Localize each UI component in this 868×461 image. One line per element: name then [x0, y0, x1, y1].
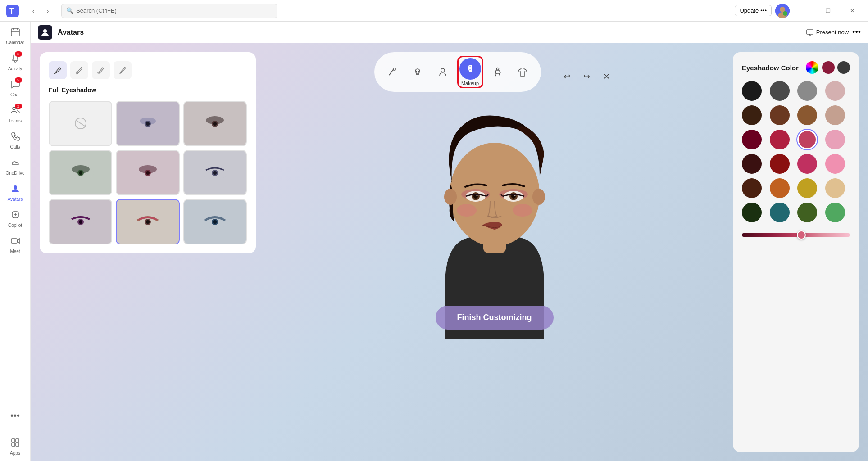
maximize-button[interactable]: ❐	[818, 4, 838, 18]
color-swatch-1[interactable]	[770, 81, 790, 101]
color-swatch-6[interactable]	[797, 105, 817, 125]
sidebar-item-meet[interactable]: Meet	[3, 232, 28, 258]
search-icon: 🔍	[66, 7, 73, 14]
svg-point-63	[496, 68, 499, 70]
toolbar-btn-clothes[interactable]	[512, 61, 534, 83]
brush-tool-4[interactable]	[114, 61, 132, 79]
color-wheel-icon[interactable]	[806, 61, 818, 74]
color-swatch-21[interactable]	[770, 203, 790, 222]
sidebar-item-onedrive[interactable]: OneDrive	[3, 154, 28, 179]
sidebar-item-apps[interactable]: Apps	[3, 434, 28, 459]
redo-button[interactable]: ↪	[579, 68, 595, 85]
color-swatch-5[interactable]	[770, 105, 790, 125]
nav-back[interactable]: ‹	[27, 5, 40, 17]
color-swatch-7[interactable]	[825, 105, 845, 125]
color-swatch-2[interactable]	[797, 81, 817, 101]
update-button[interactable]: Update •••	[735, 5, 772, 16]
color-swatch-12[interactable]	[742, 154, 762, 174]
color-swatch-18[interactable]	[797, 178, 817, 198]
color-swatch-8[interactable]	[742, 130, 762, 149]
meet-icon	[10, 236, 20, 248]
color-swatch-15[interactable]	[825, 154, 845, 174]
eyeshadow-opt8[interactable]	[183, 199, 247, 244]
color-swatch-4[interactable]	[742, 105, 762, 125]
svg-point-57	[441, 68, 445, 72]
color-panel-header: Eyeshadow Color	[742, 61, 850, 74]
slider-thumb[interactable]	[797, 230, 806, 240]
sidebar-item-calls[interactable]: Calls	[3, 128, 28, 153]
svg-point-43	[213, 171, 217, 175]
brush-tool-3[interactable]	[92, 61, 110, 79]
svg-point-32	[213, 122, 217, 126]
search-bar[interactable]: 🔍 Search (Ctrl+E)	[61, 4, 277, 18]
color-swatch-20[interactable]	[742, 203, 762, 222]
app-header: Avatars Present now •••	[31, 22, 868, 43]
eyeshadow-opt2[interactable]	[183, 101, 247, 146]
sidebar-item-avatars[interactable]: Avatars	[3, 180, 28, 205]
sidebar-teams-label: Teams	[9, 118, 22, 123]
svg-text:T: T	[9, 7, 14, 15]
color-swatch-10[interactable]	[797, 130, 817, 149]
color-swatch-22[interactable]	[797, 203, 817, 222]
brush-tool-2[interactable]	[70, 61, 88, 79]
toolbar-controls: ↩ ↪ ✕	[559, 68, 615, 85]
editor-close-button[interactable]: ✕	[599, 68, 615, 85]
color-swatch-0[interactable]	[742, 81, 762, 101]
brush-tools	[49, 61, 247, 79]
eyeshadow-opt3[interactable]	[49, 150, 112, 195]
toolbar-btn-makeup[interactable]	[459, 58, 481, 80]
color-swatch-13[interactable]	[770, 154, 790, 174]
eyeshadow-none[interactable]	[49, 101, 112, 146]
svg-rect-16	[16, 439, 19, 442]
toolbar-btn-head[interactable]	[407, 61, 428, 83]
color-swatch-14[interactable]	[797, 154, 817, 174]
toolbar-makeup-label: Makeup	[461, 81, 479, 86]
sidebar-item-activity[interactable]: 6 Activity	[3, 50, 28, 75]
minimize-button[interactable]: —	[793, 4, 814, 18]
avatars-icon	[10, 184, 20, 196]
eyeshadow-color-title: Eyeshadow Color	[742, 64, 799, 72]
nav-forward[interactable]: ›	[41, 5, 54, 17]
color-swatch-11[interactable]	[825, 130, 845, 149]
user-avatar[interactable]	[775, 4, 790, 18]
eyeshadow-opt6[interactable]	[49, 199, 112, 244]
finish-customizing-button[interactable]: Finish Customizing	[436, 306, 554, 330]
eyeshadow-opt7[interactable]	[116, 199, 179, 244]
svg-rect-14	[11, 239, 17, 243]
present-now-button[interactable]: Present now	[806, 29, 849, 36]
app-more-button[interactable]: •••	[852, 27, 861, 37]
sidebar-item-copilot[interactable]: Copilot	[3, 206, 28, 231]
avatar-toolbar: Makeup	[374, 52, 541, 92]
selected-color-1[interactable]	[822, 61, 835, 74]
color-grid-scroll[interactable]	[742, 81, 850, 222]
undo-button[interactable]: ↩	[559, 68, 575, 85]
toolbar-makeup-item: Makeup	[459, 58, 481, 86]
sidebar-item-more[interactable]: •••	[3, 403, 28, 428]
svg-point-49	[146, 220, 150, 224]
svg-point-3	[780, 7, 785, 12]
color-swatch-9[interactable]	[770, 130, 790, 149]
eyeshadow-opt4[interactable]	[116, 150, 179, 195]
toolbar-btn-body[interactable]	[487, 61, 509, 83]
sidebar-item-calendar[interactable]: Calendar	[3, 23, 28, 49]
teams-badge: 2	[15, 104, 22, 109]
brush-tool-1[interactable]	[49, 61, 67, 79]
more-icon: •••	[10, 411, 20, 421]
toolbar-btn-face[interactable]	[382, 61, 403, 83]
sidebar-item-chat[interactable]: 5 Chat	[3, 76, 28, 101]
eyeshadow-opt1[interactable]	[116, 101, 179, 146]
color-swatch-3[interactable]	[825, 81, 845, 101]
svg-point-79	[513, 204, 532, 217]
color-swatch-16[interactable]	[742, 178, 762, 198]
color-swatch-17[interactable]	[770, 178, 790, 198]
selected-color-2[interactable]	[837, 61, 850, 74]
eyeshadow-opt5[interactable]	[183, 150, 247, 195]
color-slider[interactable]	[742, 233, 850, 237]
copilot-icon	[10, 210, 20, 222]
toolbar-btn-face2[interactable]	[432, 61, 454, 83]
color-swatch-23[interactable]	[825, 203, 845, 222]
close-button[interactable]: ✕	[842, 4, 863, 18]
sidebar-meet-label: Meet	[10, 249, 20, 254]
color-swatch-19[interactable]	[825, 178, 845, 198]
sidebar-item-teams[interactable]: 2 Teams	[3, 102, 28, 127]
